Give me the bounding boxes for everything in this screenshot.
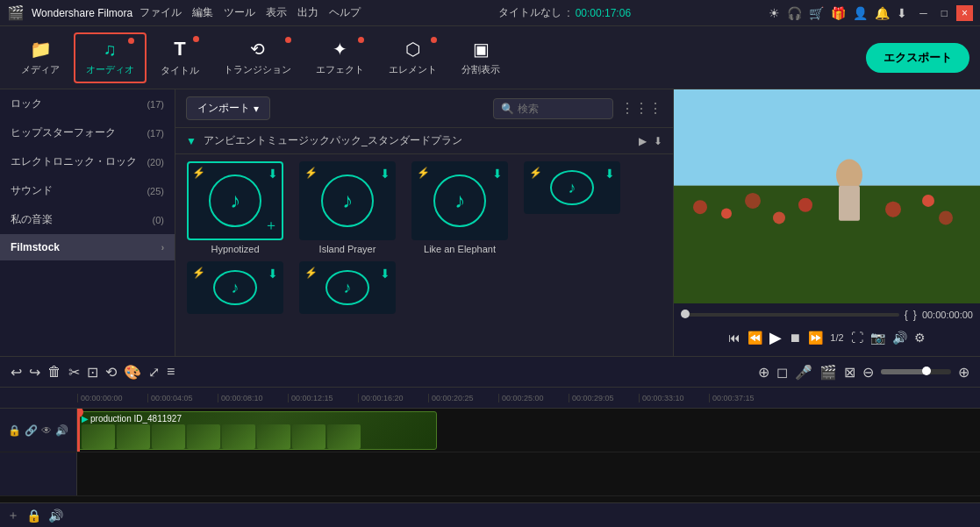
playlist-play-icon[interactable]: ▶ xyxy=(639,135,647,147)
zoom-slider[interactable] xyxy=(881,369,951,374)
mask-btn[interactable]: ◻ xyxy=(776,364,788,381)
grid-options-icon[interactable]: ⋮⋮⋮ xyxy=(620,100,662,117)
video-track: 🔒 🔗 👁 🔊 ▶ production ID_4811927 xyxy=(0,409,980,452)
dl-icon-4[interactable]: ⬇ xyxy=(604,167,615,181)
menu-tools[interactable]: ツール xyxy=(224,5,255,20)
audio-title-hypnotized: Hypnotized xyxy=(211,244,259,254)
clip-thumb-3 xyxy=(152,424,185,449)
menu-output[interactable]: 出力 xyxy=(297,5,318,20)
lock-icon[interactable]: 🔒 xyxy=(8,424,21,437)
undo-button[interactable]: ↩ xyxy=(11,364,22,381)
audio-card-6[interactable]: ⚡ ♪ ⬇ xyxy=(295,261,400,314)
transition-dot xyxy=(285,37,291,43)
svg-point-6 xyxy=(798,198,812,212)
settings-button[interactable]: ⚙ xyxy=(914,331,926,345)
menu-help[interactable]: ヘルプ xyxy=(329,5,361,20)
add-track-button[interactable]: ＋ xyxy=(7,508,19,523)
cart-icon[interactable]: 🛒 xyxy=(809,6,824,20)
search-input[interactable] xyxy=(518,103,605,115)
speaker-icon[interactable]: 🔊 xyxy=(55,424,68,437)
effect-toggle[interactable]: ⊕ xyxy=(758,364,769,381)
project-title: タイトルなし xyxy=(498,5,562,20)
import-button[interactable]: インポート ▾ xyxy=(186,96,270,120)
speed-selector[interactable]: 1/2 xyxy=(830,332,843,343)
toolbar-element[interactable]: ⬡ エレメント xyxy=(378,33,447,82)
menu-edit[interactable]: 編集 xyxy=(192,5,213,20)
toolbar-media[interactable]: 📁 メディア xyxy=(11,33,70,82)
split-button[interactable]: ≡ xyxy=(167,364,175,380)
download-icon-2[interactable]: ⬇ xyxy=(380,167,390,181)
dl-icon-6[interactable]: ⬇ xyxy=(380,267,390,281)
clip-title: production ID_4811927 xyxy=(90,414,182,424)
menu-file[interactable]: ファイル xyxy=(139,5,182,20)
sidebar: ロック (17) ヒップスターフォーク (17) エレクトロニック・ロック (2… xyxy=(0,89,175,356)
toolbar-audio[interactable]: ♫ オーディオ xyxy=(74,32,147,83)
project-time: 00:00:17:06 xyxy=(576,7,631,19)
zoom-handle[interactable] xyxy=(922,367,931,375)
user-icon[interactable]: 👤 xyxy=(853,6,868,20)
redo-button[interactable]: ↪ xyxy=(29,364,40,381)
brightness-icon[interactable]: ☀ xyxy=(769,6,780,20)
cut-button[interactable]: ✂ xyxy=(68,364,80,381)
export-button[interactable]: エクスポート xyxy=(866,43,969,73)
crop-button[interactable]: ⊡ xyxy=(87,364,98,381)
toolbar-split[interactable]: ▣ 分割表示 xyxy=(451,33,511,82)
minimize-button[interactable]: ─ xyxy=(914,5,933,21)
toolbar-transition[interactable]: ⟲ トランジション xyxy=(213,33,302,82)
link-icon[interactable]: 🔗 xyxy=(25,424,38,437)
video-clip[interactable]: ▶ production ID_4811927 xyxy=(77,411,437,450)
frame-fwd-button[interactable]: ⏩ xyxy=(808,331,823,345)
sidebar-item-hiphop[interactable]: ヒップスターフォーク (17) xyxy=(0,118,175,147)
lock-all-button[interactable]: 🔒 xyxy=(26,509,41,523)
play-button[interactable]: ▶ xyxy=(769,328,782,347)
color-button[interactable]: 🎨 xyxy=(124,364,141,381)
progress-bar[interactable] xyxy=(681,313,899,317)
transform-button[interactable]: ⤢ xyxy=(148,364,160,381)
download-icon-3[interactable]: ⬇ xyxy=(492,167,503,181)
sidebar-item-sound[interactable]: サウンド (25) xyxy=(0,176,175,205)
delete-button[interactable]: 🗑 xyxy=(47,364,61,380)
playlist-header: ▼ アンビエントミュージックパック_スタンダードプラン ▶ ⬇ xyxy=(175,128,673,154)
playlist-chevron-icon[interactable]: ▼ xyxy=(186,135,197,147)
download-icon[interactable]: ⬇ xyxy=(268,167,278,181)
maximize-button[interactable]: □ xyxy=(936,5,953,21)
sidebar-item-electronic[interactable]: エレクトロニック・ロック (20) xyxy=(0,147,175,176)
stop-button[interactable]: ⏹ xyxy=(789,331,801,345)
empty-track-content[interactable] xyxy=(77,452,980,495)
audio-toggle[interactable]: 🎤 xyxy=(795,364,812,381)
download-icon[interactable]: ⬇ xyxy=(897,6,907,20)
notification-icon[interactable]: 🔔 xyxy=(875,6,890,20)
sidebar-item-rock[interactable]: ロック (17) xyxy=(0,89,175,118)
camera-button[interactable]: 📷 xyxy=(870,331,885,345)
scene-btn[interactable]: 🎬 xyxy=(819,364,837,381)
bolt-icon-tl3: ⚡ xyxy=(417,167,430,179)
playlist-download-icon[interactable]: ⬇ xyxy=(654,135,662,147)
dl-icon-5[interactable]: ⬇ xyxy=(268,267,278,281)
toolbar-title[interactable]: T タイトル xyxy=(150,32,210,82)
frame-back-button[interactable]: ⏪ xyxy=(748,331,762,345)
audio-card-like-elephant[interactable]: ⚡ ♪ ⬇ Like an Elephant xyxy=(407,161,512,254)
audio-card-5[interactable]: ⚡ ♪ ⬇ xyxy=(182,261,288,314)
zoom-in-button[interactable]: ⊕ xyxy=(958,364,969,381)
speaker-all-button[interactable]: 🔊 xyxy=(48,509,63,523)
toolbar-effect[interactable]: ✦ エフェクト xyxy=(305,33,375,82)
ai-btn[interactable]: ⊠ xyxy=(844,364,855,381)
step-back-button[interactable]: ⏮ xyxy=(728,331,740,345)
zoom-out-button[interactable]: ⊖ xyxy=(862,364,874,381)
sidebar-item-my-music[interactable]: 私の音楽 (0) xyxy=(0,205,175,234)
audio-card-4[interactable]: ⚡ ♪ ⬇ xyxy=(519,161,625,254)
video-track-content[interactable]: ▶ production ID_4811927 xyxy=(77,409,980,452)
gift-icon[interactable]: 🎁 xyxy=(831,6,846,20)
menu-view[interactable]: 表示 xyxy=(266,5,287,20)
effect-dot xyxy=(358,37,364,43)
add-icon[interactable]: ＋ xyxy=(264,217,278,235)
audio-card-island-prayer[interactable]: ⚡ ♪ ⬇ Island Prayer xyxy=(295,161,400,254)
audio-card-hypnotized[interactable]: ⚡ ♪ ⬇ ＋ Hypnotized xyxy=(182,161,288,254)
fullscreen-button[interactable]: ⛶ xyxy=(851,331,863,345)
audio-button[interactable]: 🔊 xyxy=(892,331,907,345)
sidebar-item-filmstock[interactable]: Filmstock › xyxy=(0,234,175,260)
rotate-button[interactable]: ⟲ xyxy=(105,364,117,381)
eye-icon[interactable]: 👁 xyxy=(41,424,52,437)
close-button[interactable]: × xyxy=(956,5,973,21)
headphone-icon[interactable]: 🎧 xyxy=(787,6,802,20)
